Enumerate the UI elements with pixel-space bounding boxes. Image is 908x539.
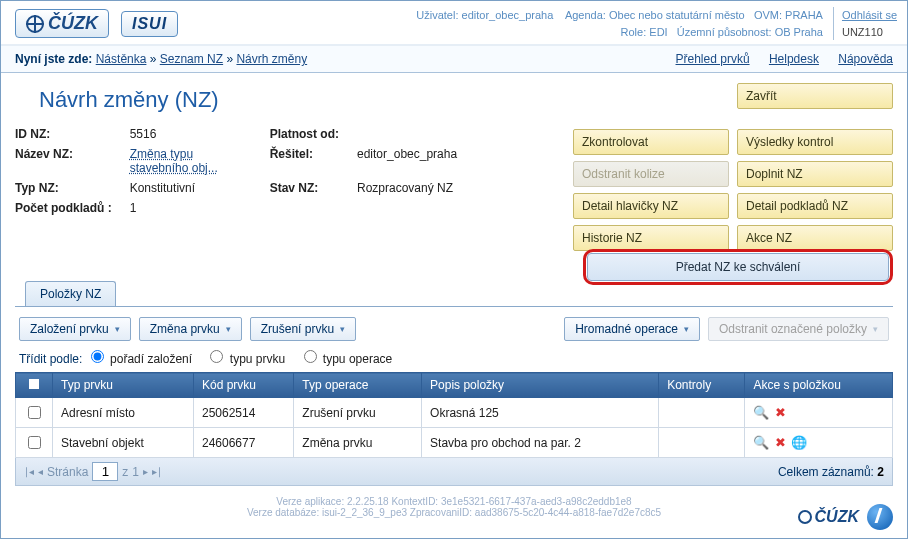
items-table: Typ prvku Kód prvku Typ operace Popis po… [15, 372, 893, 458]
app-code: UNZ110 [842, 26, 883, 38]
nz-id: 5516 [130, 125, 270, 145]
row-checkbox[interactable] [28, 436, 41, 449]
crumb-seznam-nz[interactable]: Seznam NZ [160, 52, 223, 66]
magnify-icon[interactable]: 🔍 [753, 435, 769, 450]
page-title: Návrh změny (NZ) [39, 87, 573, 113]
close-button[interactable]: Zavřít [737, 83, 893, 109]
logout-link[interactable]: Odhlásit se [842, 7, 897, 24]
create-item-button[interactable]: Založení prvku▾ [19, 317, 131, 341]
col-typ-operace[interactable]: Typ operace [294, 373, 422, 398]
remove-marked-button: Odstranit označené položky▾ [708, 317, 889, 341]
pager-page-input[interactable] [92, 462, 118, 481]
pager-first-icon[interactable]: ∣◂ [24, 466, 34, 477]
magnify-icon[interactable]: 🔍 [753, 405, 769, 420]
table-row: Stavební objekt 24606677 Změna prvku Sta… [16, 428, 893, 458]
nz-name-link[interactable]: Změna typu stavebního obj... [130, 147, 218, 175]
top-bar: ČÚZK ISUI Uživatel: editor_obec_praha Ag… [1, 1, 907, 46]
row-checkbox[interactable] [28, 406, 41, 419]
delete-icon[interactable]: ✖ [775, 435, 786, 450]
footer-version: Verze aplikace: 2.2.25.18 KontextID: 3e1… [15, 486, 893, 522]
link-helpdesk[interactable]: Helpdesk [769, 52, 819, 66]
docs-detail-button[interactable]: Detail podkladů NZ [737, 193, 893, 219]
actions-dropdown: Předat NZ ke schválení [583, 249, 893, 285]
globe-icon [26, 15, 44, 33]
footer-logo-cuzk[interactable]: ČÚZK [798, 508, 859, 526]
link-napoveda[interactable]: Nápověda [838, 52, 893, 66]
remove-collision-button: Odstranit kolize [573, 161, 729, 187]
chevron-down-icon: ▾ [226, 324, 231, 334]
col-popis[interactable]: Popis položky [422, 373, 659, 398]
results-button[interactable]: Výsledky kontrol [737, 129, 893, 155]
sort-order-radio[interactable] [91, 350, 104, 363]
chevron-down-icon: ▾ [340, 324, 345, 334]
sort-controls: Třídit podle: pořadí založení typu prvku… [15, 347, 893, 372]
col-kod-prvku[interactable]: Kód prvku [193, 373, 293, 398]
link-prehled-prvku[interactable]: Přehled prvků [676, 52, 750, 66]
actions-nz-button[interactable]: Akce NZ [737, 225, 893, 251]
nz-doc-count: 1 [130, 199, 270, 219]
change-item-button[interactable]: Změna prvku▾ [139, 317, 242, 341]
logo-isui[interactable]: ISUI [121, 11, 178, 37]
sort-op-radio[interactable] [304, 350, 317, 363]
crumb-nastenka[interactable]: Nástěnka [96, 52, 147, 66]
fill-nz-button[interactable]: Doplnit NZ [737, 161, 893, 187]
col-kontroly[interactable]: Kontroly [659, 373, 745, 398]
history-button[interactable]: Historie NZ [573, 225, 729, 251]
cancel-item-button[interactable]: Zrušení prvku▾ [250, 317, 356, 341]
breadcrumb: Nyní jste zde: Nástěnka » Seznam NZ » Ná… [15, 52, 307, 66]
nz-state: Rozpracovaný NZ [357, 179, 475, 199]
pager-next-icon[interactable]: ▸ [143, 466, 148, 477]
nz-solver: editor_obec_praha [357, 145, 475, 179]
table-row: Adresní místo 25062514 Zrušení prvku Okr… [16, 398, 893, 428]
nz-type: Konstitutivní [130, 179, 270, 199]
bulk-ops-button[interactable]: Hromadné operace▾ [564, 317, 700, 341]
nz-meta: ID NZ: 5516 Platnost od: Název NZ: Změna… [15, 125, 475, 219]
pager: ∣◂ ◂ Stránka z 1 ▸ ▸∣ Celkem záznamů: 2 [15, 458, 893, 486]
check-button[interactable]: Zkontrolovat [573, 129, 729, 155]
session-info: Uživatel: editor_obec_praha Agenda: Obec… [416, 7, 823, 40]
col-checkbox[interactable] [16, 373, 53, 398]
breadcrumb-bar: Nyní jste zde: Nástěnka » Seznam NZ » Ná… [1, 46, 907, 73]
crumb-navrh-zmeny[interactable]: Návrh změny [236, 52, 307, 66]
col-typ-prvku[interactable]: Typ prvku [53, 373, 194, 398]
tab-polozky-nz[interactable]: Položky NZ [25, 281, 116, 306]
sort-type-radio[interactable] [210, 350, 223, 363]
logo-cuzk[interactable]: ČÚZK [15, 9, 109, 38]
submit-nz-item[interactable]: Předat NZ ke schválení [587, 253, 889, 281]
chevron-down-icon: ▾ [873, 324, 878, 334]
header-detail-button[interactable]: Detail hlavičky NZ [573, 193, 729, 219]
globe-icon[interactable]: 🌐 [791, 435, 807, 450]
chevron-down-icon: ▾ [684, 324, 689, 334]
delete-icon[interactable]: ✖ [775, 405, 786, 420]
col-akce[interactable]: Akce s položkou [745, 373, 893, 398]
globe-icon [798, 510, 812, 524]
pager-total: Celkem záznamů: 2 [778, 465, 884, 479]
pager-prev-icon[interactable]: ◂ [38, 466, 43, 477]
pager-last-icon[interactable]: ▸∣ [152, 466, 162, 477]
footer-logo-ness[interactable] [867, 504, 893, 530]
logo-cuzk-text: ČÚZK [48, 13, 98, 34]
chevron-down-icon: ▾ [115, 324, 120, 334]
